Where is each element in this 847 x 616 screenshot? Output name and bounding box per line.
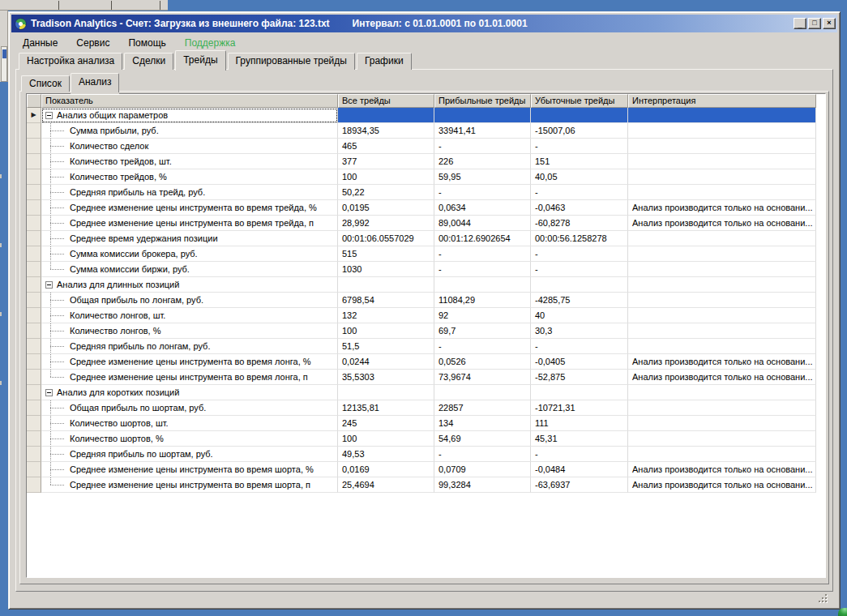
tab-nastroyka-analiza[interactable]: Настройка анализа [19, 53, 122, 70]
row-filler [816, 293, 825, 308]
profitable-trades-cell [434, 385, 531, 400]
table-row[interactable]: ▶Анализ общих параметров [27, 108, 825, 123]
table-row[interactable]: Среднее время удержания позиции00:01:06.… [27, 231, 825, 246]
losing-trades-cell: -0,0405 [531, 354, 628, 370]
table-row[interactable]: Средняя прибыль по лонгам, руб.51,5-- [27, 339, 825, 354]
subtab-analiz[interactable]: Анализ [71, 73, 120, 92]
row-selector[interactable] [27, 262, 41, 277]
menu-item-dannye[interactable]: Данные [19, 36, 61, 50]
tab-treydy[interactable]: Трейды [175, 50, 225, 71]
row-selector[interactable] [27, 354, 41, 370]
indicator-cell: Среднее изменение цены инструмента во вр… [41, 200, 338, 216]
row-selector[interactable] [27, 139, 41, 154]
row-selector[interactable] [27, 477, 41, 493]
row-filler [816, 123, 825, 139]
indicator-cell: Количество трейдов, % [41, 169, 338, 185]
row-filler [816, 169, 825, 185]
row-selector[interactable] [27, 400, 41, 416]
table-row[interactable]: Анализ для коротких позиций [27, 385, 825, 400]
table-row[interactable]: Общая прибыль по лонгам, руб.6798,541108… [27, 293, 825, 308]
column-header-pokazatel[interactable]: Показатель [41, 94, 338, 108]
collapse-minus-icon[interactable] [45, 281, 53, 289]
collapse-minus-icon[interactable] [45, 389, 53, 396]
background-window-mark [0, 174, 2, 178]
column-header-ubytochnye[interactable]: Убыточные трейды [531, 94, 628, 108]
row-selector-current[interactable]: ▶ [27, 108, 41, 123]
table-row[interactable]: Количество лонгов, шт.1329240 [27, 308, 825, 323]
table-row[interactable]: Количество шортов, шт.245134111 [27, 416, 825, 431]
table-row[interactable]: Среднее изменение цены инструмента во вр… [27, 370, 825, 385]
table-row[interactable]: Количество лонгов, %10069,730,3 [27, 323, 825, 339]
table-row[interactable]: Среднее изменение цены инструмента во вр… [27, 477, 825, 493]
row-selector[interactable] [27, 169, 41, 185]
row-selector[interactable] [27, 308, 41, 323]
row-selector[interactable] [27, 416, 41, 431]
interpretation-cell [628, 277, 816, 293]
tab-grafiki[interactable]: Графики [357, 53, 412, 70]
profitable-trades-cell: 00:01:12.6902654 [434, 231, 531, 246]
table-row[interactable]: Количество шортов, %10054,6945,31 [27, 431, 825, 447]
table-row[interactable]: Сумма комиссии брокера, руб.515-- [27, 246, 825, 262]
tab-sdelki[interactable]: Сделки [124, 53, 173, 70]
interpretation-cell [628, 108, 816, 123]
row-selector[interactable] [27, 447, 41, 462]
table-row[interactable]: Количество сделок465-- [27, 139, 825, 154]
row-filler [816, 400, 825, 416]
row-selector[interactable] [27, 123, 41, 139]
menu-item-pomosch[interactable]: Помощь [125, 36, 169, 50]
tab-gruppirovannye-treydy[interactable]: Группированные трейды [228, 53, 355, 70]
tree-line-icon [43, 462, 70, 477]
row-selector[interactable] [27, 370, 41, 385]
table-row[interactable]: Количество трейдов, шт.377226151 [27, 154, 825, 169]
table-row[interactable]: Сумма комиссии биржи, руб.1030-- [27, 262, 825, 277]
row-selector[interactable] [27, 339, 41, 354]
collapse-minus-icon[interactable] [45, 112, 53, 119]
column-header-vse-treydy[interactable]: Все трейды [338, 94, 434, 108]
table-row[interactable]: Среднее изменение цены инструмента во вр… [27, 462, 825, 477]
table-row[interactable]: Средняя прибыль по шортам, руб.49,53-- [27, 447, 825, 462]
all-trades-cell: 28,992 [338, 216, 434, 231]
close-button-icon[interactable]: × [823, 18, 836, 29]
profitable-trades-cell: - [434, 139, 531, 154]
row-selector[interactable] [27, 277, 41, 293]
losing-trades-cell: -52,875 [531, 370, 628, 385]
menu-item-servis[interactable]: Сервис [73, 36, 113, 50]
row-selector[interactable] [27, 246, 41, 262]
row-selector[interactable] [27, 231, 41, 246]
table-row[interactable]: Количество трейдов, %10059,9540,05 [27, 169, 825, 185]
row-selector[interactable] [27, 185, 41, 200]
resize-grip[interactable] [819, 594, 828, 604]
row-selector[interactable] [27, 200, 41, 216]
maximize-button-icon[interactable]: □ [808, 18, 821, 29]
table-row[interactable]: Сумма прибыли, руб.18934,3533941,41-1500… [27, 123, 825, 139]
profitable-trades-cell: 226 [434, 154, 531, 169]
row-selector[interactable] [27, 216, 41, 231]
row-selector[interactable] [27, 462, 41, 477]
table-row[interactable]: Средняя прибыль на трейд, руб.50,22-- [27, 185, 825, 200]
table-row[interactable]: Анализ для длинных позиций [27, 277, 825, 293]
profitable-trades-cell: 59,95 [434, 169, 531, 185]
minimize-button-icon[interactable]: _ [794, 18, 806, 29]
table-row[interactable]: Среднее изменение цены инструмента во вр… [27, 200, 825, 216]
indicator-label: Средняя прибыль на трейд, руб. [70, 185, 205, 199]
row-selector[interactable] [27, 385, 41, 400]
all-trades-cell: 18934,35 [338, 123, 434, 139]
column-header-interpretaciya[interactable]: Интерпретация [628, 94, 816, 108]
row-selector[interactable] [27, 293, 41, 308]
row-selector[interactable] [27, 323, 41, 339]
title-bar[interactable]: Tradison Analytics - Счет: Загрузка из в… [11, 15, 837, 32]
menu-item-podderzhka[interactable]: Поддержка [182, 36, 239, 50]
indicator-label: Количество лонгов, шт. [70, 308, 165, 323]
tree-line-icon [43, 308, 70, 323]
row-selector[interactable] [27, 431, 41, 447]
interpretation-cell [628, 293, 816, 308]
table-row[interactable]: Среднее изменение цены инструмента во вр… [27, 354, 825, 370]
background-tab-separator [111, 1, 112, 10]
indicator-label: Среднее изменение цены инструмента во вр… [70, 216, 314, 230]
table-row[interactable]: Общая прибыль по шортам, руб.12135,81228… [27, 400, 825, 416]
subtab-spisok[interactable]: Список [21, 75, 70, 92]
row-selector[interactable] [27, 154, 41, 169]
table-row[interactable]: Среднее изменение цены инструмента во вр… [27, 216, 825, 231]
row-filler [816, 323, 825, 339]
column-header-pribylnye[interactable]: Прибыльные трейды [434, 94, 531, 108]
